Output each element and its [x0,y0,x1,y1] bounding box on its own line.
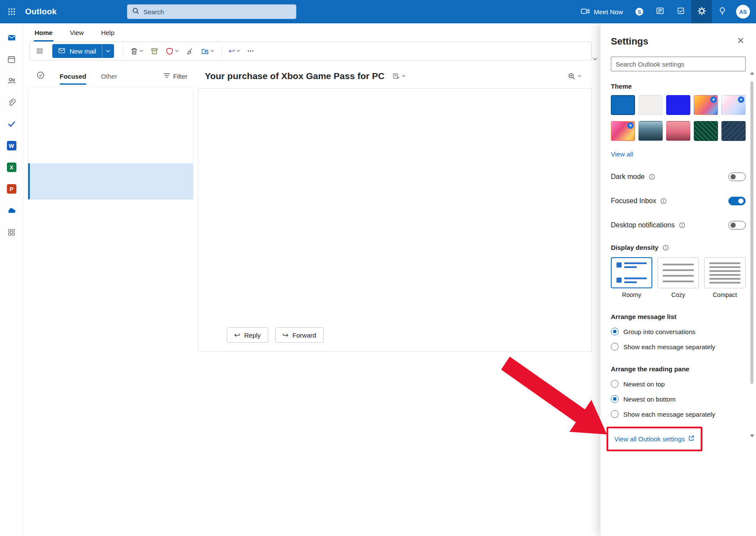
reply-icon: ↩ [234,332,240,339]
scroll-down-icon[interactable] [750,434,754,437]
calendar-icon[interactable] [0,48,23,70]
tips-button[interactable] [712,0,733,23]
info-icon[interactable] [649,174,655,180]
density-option-compact[interactable]: Compact [704,257,746,298]
move-to-button[interactable] [198,44,217,58]
hamburger-menu-icon[interactable] [33,44,46,58]
todo-icon[interactable] [0,113,23,135]
radio-reading-show-each-message-separately[interactable]: Show each message separately [611,410,746,418]
people-icon[interactable] [0,70,23,92]
tab-view[interactable]: View [69,26,85,41]
account-button[interactable]: AS [733,0,753,23]
focused-inbox-toggle[interactable] [728,197,746,205]
density-option-cozy[interactable]: Cozy [658,257,699,298]
ribbon-tabs: Home View Help [23,23,600,41]
settings-scrollbar[interactable] [749,72,755,437]
theme-swatch-bright-blue[interactable] [666,95,690,115]
new-mail-button[interactable]: New mail [52,44,114,58]
radio-newest-on-bottom[interactable]: Newest on bottom [611,395,746,403]
scroll-up-icon[interactable] [750,72,754,75]
envelope-icon [58,47,66,56]
density-option-roomy[interactable]: Roomy [611,257,652,298]
theme-swatch-circuit-green[interactable] [694,121,718,141]
word-icon[interactable]: W [0,135,23,156]
dark-mode-toggle[interactable] [728,172,746,181]
theme-swatch-palm-sunset[interactable] [666,121,690,141]
theme-swatch-floral-premium[interactable] [611,121,635,141]
theme-swatch-light-gray[interactable] [638,95,663,115]
close-icon[interactable] [736,35,746,47]
premium-star-badge [710,96,717,103]
new-mail-dropdown-icon[interactable] [102,44,114,58]
topbar-search[interactable] [127,4,296,19]
desktop-notifications-toggle[interactable] [728,221,746,230]
zoom-icon[interactable] [568,72,581,80]
report-button[interactable] [163,44,181,58]
meet-now-button[interactable]: Meet Now [575,0,629,23]
search-input[interactable] [143,8,292,16]
meet-now-label: Meet Now [594,8,623,16]
info-icon[interactable] [679,222,685,228]
premium-star-badge [738,96,744,103]
focused-tab[interactable]: Focused [60,73,86,80]
collapse-ribbon-icon[interactable] [590,54,600,63]
info-icon[interactable] [661,198,667,204]
more-options-icon[interactable] [245,44,257,58]
reading-pane-body: ↩ Reply ↪ Forward [198,88,592,352]
archive-button[interactable] [148,44,161,58]
annotation-highlight-box: View all Outlook settings [607,427,702,451]
chevron-down-icon [175,50,179,52]
topbar-actions: Meet Now S [575,0,756,23]
chevron-down-icon [210,50,214,52]
mail-icon[interactable] [0,27,23,48]
filter-button[interactable]: Filter [163,73,187,80]
powerpoint-icon[interactable]: P [0,178,23,200]
theme-swatch-nautical-dark[interactable] [721,121,746,141]
more-apps-icon[interactable] [0,221,23,243]
immersive-reader-button[interactable] [650,0,670,23]
theme-swatch-rainbow-premium[interactable] [694,95,718,115]
app-launcher-icon[interactable] [0,0,23,23]
forward-message-button[interactable]: ↪ Forward [275,327,324,343]
other-tab[interactable]: Other [101,73,118,80]
left-app-rail: W X P [0,23,23,536]
desktop-notifications-row: Desktop notifications [611,220,746,231]
attachments-icon[interactable] [0,92,23,113]
avatar: AS [736,5,750,19]
dark-mode-label: Dark mode [611,173,645,181]
settings-search-input[interactable] [611,57,746,71]
select-all-icon[interactable] [36,71,45,81]
info-icon[interactable] [663,245,669,251]
tab-home[interactable]: Home [34,26,54,41]
view-all-outlook-settings-link[interactable]: View all Outlook settings [614,435,695,443]
settings-gear-button[interactable] [691,0,712,23]
excel-icon[interactable]: X [0,156,23,178]
theme-swatch-default-blue[interactable] [611,95,635,115]
skype-button[interactable]: S [629,0,650,23]
onedrive-icon[interactable] [0,200,23,221]
whats-new-icon [677,6,685,17]
sweep-button[interactable] [183,44,197,58]
theme-swatch-pastel-premium[interactable] [721,95,746,115]
message-status-icon[interactable] [392,72,406,80]
scrollbar-thumb[interactable] [750,81,753,384]
view-all-themes-link[interactable]: View all [611,150,633,158]
selected-message-item[interactable] [28,163,193,199]
reply-message-button[interactable]: ↩ Reply [227,327,268,343]
reply-icon: ↩ [229,47,235,55]
chevron-down-icon [578,75,581,77]
reply-button[interactable]: ↩ [226,44,243,58]
radio-show-each-message-separately[interactable]: Show each message separately [611,343,746,351]
theme-swatch-mountains[interactable] [638,121,663,141]
radio-group-into-conversations[interactable]: Group into conversations [611,328,746,335]
tab-help[interactable]: Help [100,26,115,41]
outlook-window: Outlook Meet Now S [0,0,756,536]
settings-title: Settings [611,36,648,47]
app-title: Outlook [25,7,57,16]
chevron-down-icon [140,50,143,52]
delete-button[interactable] [127,44,146,58]
toolbar-divider [221,46,222,56]
whats-new-button[interactable] [670,0,691,23]
radio-newest-on-top[interactable]: Newest on top [611,380,746,388]
immersive-reader-icon [656,6,664,17]
